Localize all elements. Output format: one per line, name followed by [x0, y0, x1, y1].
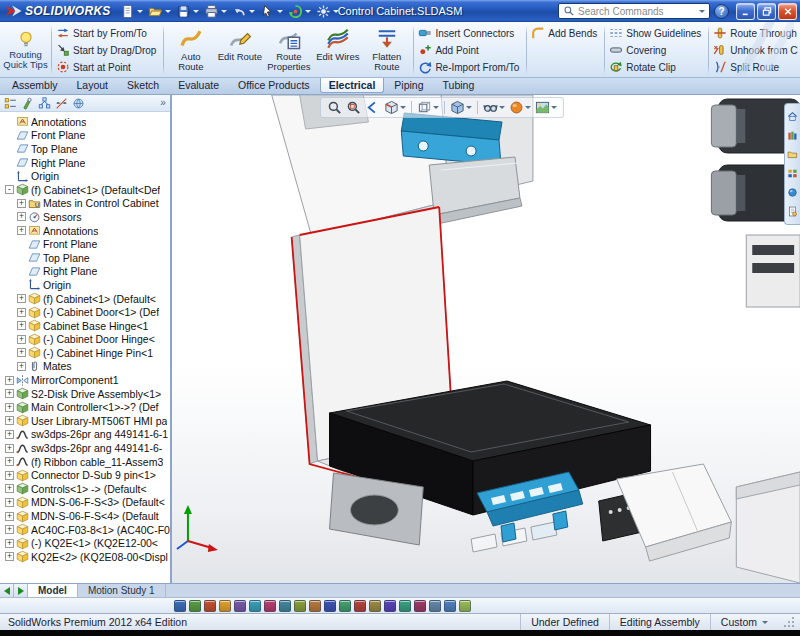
undo-button[interactable]: [230, 2, 257, 20]
tree-item[interactable]: +(-) Cabinet Door<1> (Def: [2, 305, 170, 319]
hide-show-items-button[interactable]: [482, 99, 506, 116]
tab-layout[interactable]: Layout: [68, 78, 118, 93]
save-button[interactable]: [174, 2, 201, 20]
taskpane-design-library-tab[interactable]: [787, 130, 798, 141]
expand-toggle[interactable]: +: [5, 403, 14, 412]
route-through-clip-button[interactable]: Route Through Clip: [711, 25, 798, 41]
expand-toggle[interactable]: +: [5, 484, 14, 493]
tree-item[interactable]: Front Plane: [2, 129, 170, 143]
routing-quick-tips-button[interactable]: Routing Quick Tips: [2, 24, 49, 76]
graphics-area[interactable]: [172, 95, 800, 583]
tree-item[interactable]: -(f) Cabinet<1> (Default<Def: [2, 183, 170, 197]
tree-item[interactable]: Top Plane: [2, 142, 170, 156]
expand-toggle[interactable]: +: [5, 376, 14, 385]
minimize-button[interactable]: [736, 3, 755, 20]
tree-item[interactable]: Top Plane: [2, 251, 170, 265]
tree-item[interactable]: Origin: [2, 278, 170, 292]
rebuild-button[interactable]: [286, 2, 313, 20]
tree-item[interactable]: +(-) Cabinet Hinge Pin<1: [2, 346, 170, 360]
expand-toggle[interactable]: +: [5, 539, 14, 548]
bottom-toolbar-icon[interactable]: [399, 600, 411, 612]
insert-connectors-button[interactable]: Insert Connectors: [416, 25, 524, 41]
tree-item[interactable]: +User Library-MT506T HMI pa: [2, 414, 170, 428]
tree-item[interactable]: +MDN-S-06-F-S<4> (Default: [2, 509, 170, 523]
tree-item[interactable]: +Main Controller<1>->? (Def: [2, 400, 170, 414]
expand-toggle[interactable]: +: [5, 416, 14, 425]
tree-item[interactable]: +Connector D-Sub 9 pin<1>: [2, 468, 170, 482]
covering-button[interactable]: Covering: [607, 42, 706, 58]
section-view-button[interactable]: [383, 99, 407, 116]
tree-item[interactable]: +sw3dps-26pr ang 449141-6-: [2, 441, 170, 455]
panel-tab-featuremanager[interactable]: [4, 97, 17, 110]
expand-toggle[interactable]: +: [17, 199, 26, 208]
tab-evaluate[interactable]: Evaluate: [169, 78, 228, 93]
expand-toggle[interactable]: +: [17, 226, 26, 235]
expand-toggle[interactable]: +: [5, 512, 14, 521]
model-tab-motion-study-1[interactable]: Motion Study 1: [78, 584, 166, 597]
print-button[interactable]: [202, 2, 229, 20]
rotate-clip-button[interactable]: Rotate Clip: [607, 59, 706, 75]
bottom-toolbar-icon[interactable]: [294, 600, 306, 612]
bottom-toolbar-icon[interactable]: [414, 600, 426, 612]
tree-item[interactable]: +(f) Ribbon cable_11-Assem3: [2, 455, 170, 469]
zoom-fit-button[interactable]: [326, 99, 343, 116]
close-button[interactable]: [778, 3, 797, 20]
panel-tab-displaymanager[interactable]: [72, 97, 85, 110]
bottom-toolbar-icon[interactable]: [369, 600, 381, 612]
tab-electrical[interactable]: Electrical: [320, 78, 385, 93]
tree-item[interactable]: +Mates in Control Cabinet: [2, 197, 170, 211]
flatten-route-button[interactable]: Flatten Route: [362, 24, 411, 76]
tree-item[interactable]: +AC40C-F03-8<1> (AC40C-F0: [2, 523, 170, 537]
expand-toggle[interactable]: -: [5, 185, 14, 194]
expand-toggle[interactable]: +: [5, 471, 14, 480]
tree-item[interactable]: +(-) KQ2E<1> (KQ2E12-00<: [2, 536, 170, 550]
bottom-toolbar-icon[interactable]: [354, 600, 366, 612]
unhook-from-clip-button[interactable]: Unhook from Clip: [711, 42, 798, 58]
corner-box[interactable]: [736, 472, 800, 583]
zoom-area-button[interactable]: [345, 99, 362, 116]
tab-office-products[interactable]: Office Products: [229, 78, 319, 93]
select-button[interactable]: [258, 2, 285, 20]
view-orientation-button[interactable]: [416, 99, 440, 116]
expand-toggle[interactable]: +: [17, 348, 26, 357]
taskpane-file-explorer-tab[interactable]: [787, 149, 798, 160]
bottom-toolbar-icon[interactable]: [309, 600, 321, 612]
bottom-toolbar-icon[interactable]: [324, 600, 336, 612]
open-button[interactable]: [146, 2, 173, 20]
expand-toggle[interactable]: +: [17, 294, 26, 303]
tab-sketch[interactable]: Sketch: [118, 78, 168, 93]
tab-tubing[interactable]: Tubing: [434, 78, 484, 93]
bottom-toolbar-icon[interactable]: [249, 600, 261, 612]
bottom-toolbar-icon[interactable]: [429, 600, 441, 612]
start-at-point-button[interactable]: Start at Point: [54, 59, 161, 75]
edit-route-button[interactable]: Edit Route: [215, 24, 264, 76]
bottom-toolbar-icon[interactable]: [234, 600, 246, 612]
collapse-chevron-icon[interactable]: »: [160, 98, 166, 108]
auto-route-button[interactable]: Auto Route: [166, 24, 215, 76]
add-point-button[interactable]: Add Point: [416, 42, 524, 58]
panel-tab-propertymanager[interactable]: [21, 97, 34, 110]
panel-tab-dimxpertmanager[interactable]: [55, 97, 68, 110]
config-selector[interactable]: Custom: [710, 614, 778, 630]
tree-item[interactable]: +Controls<1> -> (Default<: [2, 482, 170, 496]
taskpane-resources-tab[interactable]: [787, 111, 798, 122]
tree-item[interactable]: Front Plane: [2, 237, 170, 251]
taskpane-appearances-tab[interactable]: [787, 187, 798, 198]
tree-item[interactable]: +Sensors: [2, 210, 170, 224]
tab-assembly[interactable]: Assembly: [3, 78, 67, 93]
restore-button[interactable]: [757, 3, 776, 20]
edit-wires-button[interactable]: Edit Wires: [313, 24, 362, 76]
cover-flap[interactable]: [617, 464, 732, 561]
route-properties-button[interactable]: Route Properties: [264, 24, 313, 76]
bottom-toolbar-icon[interactable]: [339, 600, 351, 612]
expand-toggle[interactable]: +: [17, 212, 26, 221]
new-button[interactable]: [118, 2, 145, 20]
re-import-from-to-button[interactable]: Re-Import From/To: [416, 59, 524, 75]
search-input[interactable]: [578, 6, 696, 17]
bottom-toolbar-icon[interactable]: [264, 600, 276, 612]
options-button[interactable]: [314, 2, 341, 20]
3d-viewport-scene[interactable]: [172, 95, 800, 583]
taskpane-view-palette-tab[interactable]: [787, 168, 798, 179]
edit-appearance-button[interactable]: [508, 99, 532, 116]
expand-toggle[interactable]: +: [17, 321, 26, 330]
